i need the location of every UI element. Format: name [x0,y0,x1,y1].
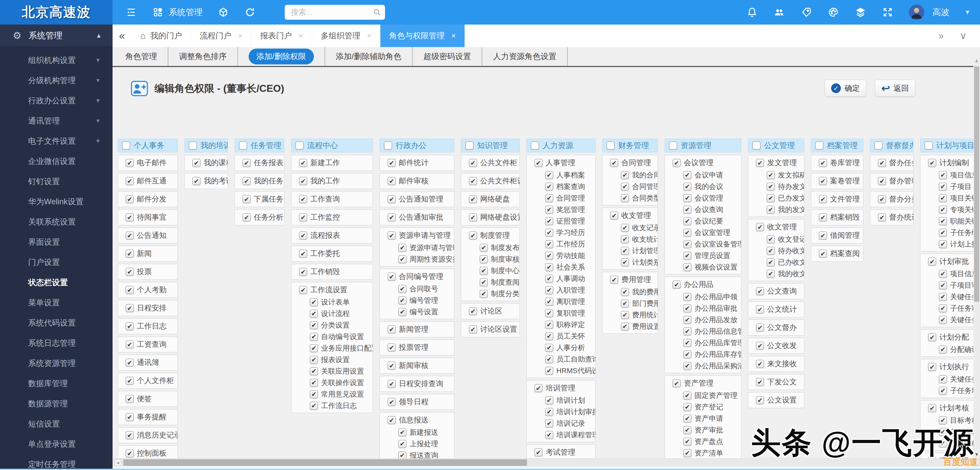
checkbox-icon[interactable]: ✔ [621,171,629,179]
checkbox-icon[interactable]: ✔ [398,285,406,293]
system-menu[interactable]: 系统管理 [152,6,203,18]
horizontal-scrollbar-thumb[interactable] [123,459,527,466]
sub-tab[interactable]: 添加/删除权限 [238,47,325,66]
checkbox-icon[interactable]: ✔ [939,375,947,383]
chevron-down-icon[interactable]: ▼ [95,77,101,84]
checkbox-icon[interactable]: ✔ [310,321,318,329]
checkbox-icon[interactable]: ✔ [126,449,134,457]
checkbox-icon[interactable]: ✔ [126,395,134,403]
checkbox-icon[interactable]: ✔ [545,321,553,329]
checkbox-icon[interactable]: ✔ [388,416,396,424]
checkbox-icon[interactable]: ✔ [388,232,396,240]
checkbox-icon[interactable]: ✔ [621,311,629,319]
checkbox-icon[interactable]: ✔ [683,263,692,271]
checkbox-icon[interactable]: ✔ [683,316,692,324]
checkbox-icon[interactable]: ✔ [939,346,947,354]
checkbox-icon[interactable]: ✔ [310,367,318,375]
checkbox-icon[interactable]: ✔ [310,298,318,306]
vertical-scrollbar-thumb[interactable] [974,67,979,302]
checkbox-icon[interactable]: ✔ [939,240,947,248]
checkbox-icon[interactable]: ✔ [299,213,307,221]
sub-tab[interactable]: 添加/删除辅助角色 [325,47,413,66]
checkbox-icon[interactable]: ✔ [756,396,764,404]
checkbox-icon[interactable]: ✔ [621,288,629,296]
checkbox-icon[interactable]: ✔ [683,304,692,313]
checkbox-icon[interactable]: ✔ [126,304,134,312]
collapse-menu-icon[interactable] [125,6,137,18]
search-input[interactable] [285,5,385,20]
checkbox-icon[interactable]: ✔ [398,255,406,264]
checkbox-icon[interactable]: ✔ [756,324,764,332]
checkbox-icon[interactable]: ✔ [767,206,775,214]
checkbox-icon[interactable]: ✔ [610,276,618,284]
checkbox-icon[interactable]: ✔ [621,247,629,255]
checkbox-icon[interactable]: ✔ [683,403,692,411]
chevron-up-icon[interactable]: ▲ [95,32,102,39]
checkbox-icon[interactable]: ✔ [767,270,775,278]
checkbox-icon[interactable]: ✔ [388,325,396,333]
user-dropdown-icon[interactable]: ▼ [965,9,970,16]
checkbox-icon[interactable] [189,141,197,149]
checkbox-icon[interactable]: ✔ [310,390,318,399]
checkbox-icon[interactable]: ✔ [878,177,886,185]
checkbox-icon[interactable]: ✔ [939,171,947,179]
checkbox-icon[interactable]: ✔ [310,344,318,352]
checkbox-icon[interactable] [606,141,615,149]
checkbox-icon[interactable]: ✔ [939,304,947,313]
checkbox-icon[interactable]: ✔ [610,159,618,167]
perm-group-header[interactable]: 知识管理 [461,138,520,152]
perm-group-header[interactable]: 计划与项目管理 [920,138,974,152]
checkbox-icon[interactable]: ✔ [310,333,318,341]
checkbox-icon[interactable]: ✔ [192,159,200,167]
checkbox-icon[interactable]: ✔ [192,177,200,185]
checkbox-icon[interactable]: ✔ [126,322,134,330]
checkbox-icon[interactable] [239,141,247,149]
checkbox-icon[interactable]: ✔ [928,404,936,412]
tag-icon[interactable] [800,6,812,18]
checkbox-icon[interactable] [752,141,760,149]
checkbox-icon[interactable]: ✔ [126,377,134,385]
checkbox-icon[interactable]: ✔ [299,286,307,294]
checkbox-icon[interactable]: ✔ [126,359,134,367]
perm-group-header[interactable]: 档案管理 [811,138,863,152]
perm-group-header[interactable]: 个人事务 [118,138,178,152]
sidebar-item[interactable]: 钉钉设置 [0,171,113,192]
perm-group-header[interactable]: 我的培训 [185,138,228,152]
checkbox-icon[interactable]: ✔ [469,177,477,185]
checkbox-icon[interactable]: ✔ [683,449,692,457]
checkbox-icon[interactable]: ✔ [310,356,318,364]
checkbox-icon[interactable]: ✔ [126,213,134,221]
checkbox-icon[interactable]: ✔ [535,384,542,392]
checkbox-icon[interactable]: ✔ [126,431,134,439]
checkbox-icon[interactable]: ✔ [388,343,396,352]
checkbox-icon[interactable]: ✔ [878,159,886,167]
perm-group-header[interactable]: 流程中心 [291,138,373,152]
chevron-down-icon[interactable]: ▼ [95,138,101,144]
vertical-scrollbar[interactable]: ▲ ▼ [974,58,980,458]
checkbox-icon[interactable]: ✔ [621,299,629,308]
fullscreen-icon[interactable] [882,6,894,18]
checkbox-icon[interactable]: ✔ [683,252,692,260]
sub-tab[interactable]: 人力资源角色设置 [482,47,568,66]
checkbox-icon[interactable]: ✔ [388,213,396,221]
checkbox-icon[interactable]: ✔ [819,177,827,185]
sidebar-item[interactable]: 组织机构设置▼ [0,50,113,70]
window-tab[interactable]: 报表门户× [251,25,312,47]
checkbox-icon[interactable]: ✔ [242,177,251,185]
checkbox-icon[interactable]: ✔ [545,286,553,294]
chevron-down-icon[interactable]: ▼ [95,97,101,104]
checkbox-icon[interactable]: ✔ [878,195,886,203]
close-icon[interactable]: × [451,32,456,40]
checkbox-icon[interactable]: ✔ [545,263,553,271]
checkbox-icon[interactable]: ✔ [545,431,553,439]
sidebar-item[interactable]: 门户设置 [0,252,113,272]
checkbox-icon[interactable] [296,141,304,149]
sidebar-item[interactable]: 分级机构管理▼ [0,70,113,91]
checkbox-icon[interactable]: ✔ [928,363,936,371]
checkbox-icon[interactable]: ✔ [299,249,307,258]
checkbox-icon[interactable] [874,141,883,149]
sidebar-item[interactable]: 菜单设置 [0,292,113,313]
checkbox-icon[interactable]: ✔ [878,213,886,221]
checkbox-icon[interactable]: ✔ [756,341,764,350]
checkbox-icon[interactable]: ✔ [469,325,477,333]
